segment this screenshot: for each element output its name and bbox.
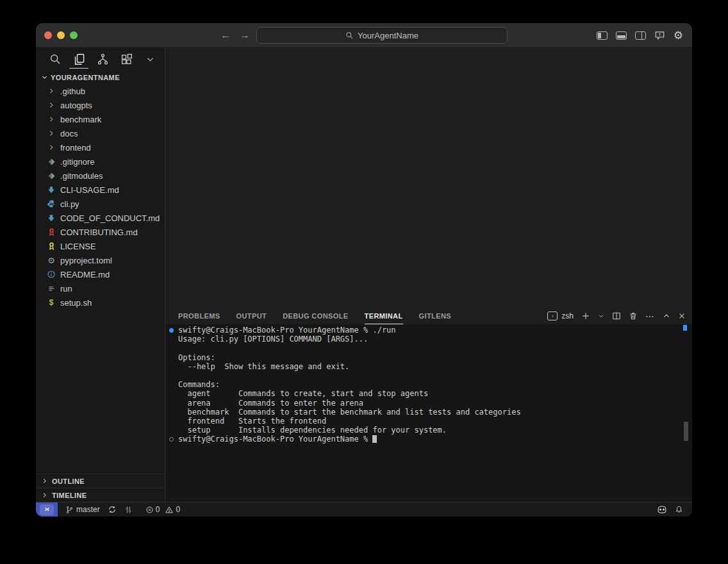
copilot-icon[interactable] <box>657 505 667 514</box>
terminal-line: --help Show this message and exit. <box>165 362 692 371</box>
tree-item-gitmodules[interactable]: .gitmodules <box>36 169 165 183</box>
activity-bar <box>36 47 165 70</box>
terminal-line <box>165 344 692 352</box>
kill-terminal-trash-icon[interactable] <box>629 311 638 320</box>
tree-item-setup-sh[interactable]: $ setup.sh <box>36 295 165 310</box>
markdown-icon <box>47 185 56 194</box>
explorer-view-icon[interactable] <box>72 51 86 67</box>
editor-column: PROBLEMS OUTPUT DEBUG CONSOLE TERMINAL G… <box>165 47 692 502</box>
zoom-window-button[interactable] <box>70 31 78 39</box>
extensions-view-icon[interactable] <box>119 51 133 67</box>
terminal-scrollbar[interactable] <box>684 422 688 441</box>
sync-status-item[interactable] <box>104 502 120 517</box>
split-terminal-icon[interactable] <box>612 311 621 320</box>
gitlens-compare-item[interactable] <box>120 502 136 517</box>
command-center-search[interactable]: YourAgentName <box>256 27 508 44</box>
tree-item-cli-usage-md[interactable]: CLI-USAGE.md <box>36 183 165 197</box>
more-actions-icon[interactable]: ⋯ <box>645 311 655 320</box>
terminal-dropdown-chevron-icon[interactable] <box>598 313 604 319</box>
timeline-section[interactable]: TIMELINE <box>36 488 165 502</box>
file-name: benchmark <box>60 115 101 124</box>
tree-item-docs[interactable]: docs <box>36 126 165 140</box>
tab-terminal[interactable]: TERMINAL <box>365 308 403 324</box>
tree-item-pyproject-toml[interactable]: ⚙ pyproject.toml <box>36 253 165 267</box>
explorer-root-label: YOURAGENTNAME <box>51 74 120 81</box>
chevron-right-icon <box>47 144 55 151</box>
file-name: CONTRIBUTING.md <box>60 228 138 237</box>
feedback-icon[interactable] <box>654 31 665 40</box>
terminal-prompt-line: swifty@Craigs-MacBook-Pro YourAgentName … <box>165 435 692 444</box>
forward-icon[interactable]: → <box>240 29 250 41</box>
tree-item-autogpts[interactable]: autogpts <box>36 98 165 112</box>
chevron-down-icon <box>41 74 48 81</box>
tab-gitlens[interactable]: GITLENS <box>419 308 451 324</box>
tree-item-code-of-conduct-md[interactable]: CODE_OF_CONDUCT.md <box>36 211 165 225</box>
vscode-window: ← → YourAgentName ⚙ <box>36 23 692 517</box>
close-window-button[interactable] <box>44 31 52 39</box>
settings-gear-icon[interactable]: ⚙ <box>674 30 683 41</box>
tab-problems[interactable]: PROBLEMS <box>178 308 220 324</box>
file-name: docs <box>60 129 78 138</box>
back-icon[interactable]: ← <box>220 29 231 41</box>
terminal-line: benchmark Commands to start the benchmar… <box>165 408 692 417</box>
toggle-panel-icon[interactable] <box>616 31 627 40</box>
workbench: YOURAGENTNAME .github autogpts benchmark <box>36 47 692 502</box>
shell-file-icon: $ <box>49 298 54 307</box>
tree-item-benchmark[interactable]: benchmark <box>36 112 165 126</box>
file-name: CLI-USAGE.md <box>60 185 119 195</box>
tree-item-license[interactable]: LICENSE <box>36 239 165 253</box>
outline-section[interactable]: OUTLINE <box>36 474 165 488</box>
branch-status-item[interactable]: master <box>62 502 104 517</box>
file-name: setup.sh <box>60 298 92 308</box>
tree-item-cli-py[interactable]: cli.py <box>36 197 165 211</box>
tree-item-readme-md[interactable]: README.md <box>36 267 165 281</box>
shell-selector[interactable]: › zsh <box>547 311 574 320</box>
remote-indicator-button[interactable] <box>36 502 58 517</box>
source-control-view-icon[interactable] <box>95 51 110 67</box>
tab-output[interactable]: OUTPUT <box>236 308 267 324</box>
command-success-dot <box>169 328 174 333</box>
ribbon-icon <box>47 228 56 236</box>
problems-status-item[interactable]: 0 0 <box>142 502 184 517</box>
file-name: .gitignore <box>60 157 94 167</box>
sync-icon <box>108 505 117 514</box>
warning-icon <box>165 506 174 514</box>
terminal-cursor <box>372 435 377 443</box>
history-nav: ← → <box>220 23 250 47</box>
explorer-root-header[interactable]: YOURAGENTNAME <box>36 70 165 84</box>
toggle-sidebar-icon[interactable] <box>597 31 608 40</box>
python-icon <box>47 199 56 208</box>
more-views-chevron-icon[interactable] <box>143 51 157 67</box>
search-value: YourAgentName <box>358 31 418 40</box>
search-view-icon[interactable] <box>48 51 62 67</box>
editor-area <box>165 47 692 308</box>
tab-debug-console[interactable]: DEBUG CONSOLE <box>283 308 348 324</box>
tree-item-frontend[interactable]: frontend <box>36 140 165 154</box>
chevron-right-icon <box>47 87 55 95</box>
shell-label: zsh <box>561 311 574 320</box>
notifications-bell-icon[interactable] <box>675 505 683 514</box>
sidebar: YOURAGENTNAME .github autogpts benchmark <box>36 47 165 502</box>
titlebar-actions: ⚙ <box>597 23 683 47</box>
tree-item-run[interactable]: run <box>36 281 165 295</box>
maximize-panel-chevron-icon[interactable] <box>663 312 670 320</box>
panel-actions: › zsh ⋯ <box>547 311 686 320</box>
toggle-secondary-sidebar-icon[interactable] <box>635 31 646 40</box>
search-icon <box>345 31 354 40</box>
info-icon <box>47 270 56 279</box>
tree-item-gitignore[interactable]: .gitignore <box>36 154 165 169</box>
error-icon <box>145 506 154 514</box>
tree-item-github[interactable]: .github <box>36 84 165 98</box>
markdown-icon <box>47 213 56 222</box>
chevron-right-icon <box>47 101 55 109</box>
status-bar: master 0 0 <box>36 502 692 517</box>
new-terminal-icon[interactable] <box>581 311 590 320</box>
terminal-output[interactable]: swifty@Craigs-MacBook-Pro YourAgentName … <box>165 324 692 502</box>
file-tree: .github autogpts benchmark docs frontend <box>36 84 165 310</box>
terminal-line: Options: <box>165 353 692 362</box>
minimize-window-button[interactable] <box>57 31 65 39</box>
close-panel-icon[interactable] <box>678 312 686 320</box>
terminal-line: frontend Starts the frontend <box>165 417 692 426</box>
tree-item-contributing-md[interactable]: CONTRIBUTING.md <box>36 225 165 239</box>
chevron-right-icon <box>47 115 55 123</box>
